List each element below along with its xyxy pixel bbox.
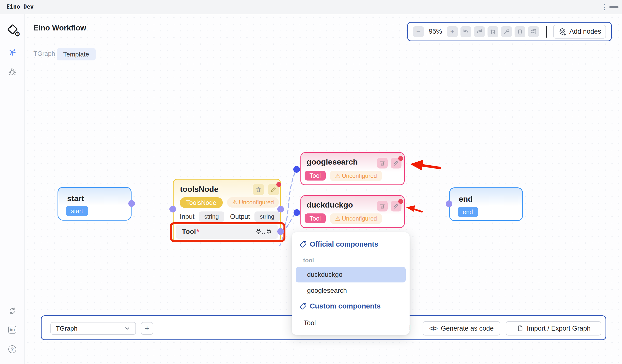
help-icon[interactable]: ?	[8, 345, 16, 353]
edit-node-button[interactable]	[268, 184, 279, 195]
unsaved-indicator-dot	[398, 199, 403, 204]
delete-node-button[interactable]	[253, 184, 264, 195]
minimize-icon[interactable]	[609, 6, 619, 8]
port-googlesearch-in[interactable]	[293, 166, 300, 173]
delete-node-button[interactable]	[377, 201, 388, 212]
canvas-toolbar: − 95% + Add nodes	[407, 22, 612, 41]
app-title: Eino Dev	[6, 3, 34, 10]
sidebar-item-debug[interactable]	[8, 67, 17, 76]
eino-logo-icon: ⚙	[6, 24, 19, 36]
status-badge: ⚠Unconfigured	[330, 171, 382, 181]
zoom-out-button[interactable]: −	[413, 26, 424, 37]
import-export-label: Import / Export Graph	[527, 325, 591, 332]
toolbar-divider	[546, 26, 547, 37]
language-label: En	[10, 327, 15, 332]
input-label: Input	[180, 213, 194, 220]
delete-node-button[interactable]	[377, 158, 388, 168]
node-duckduckgo-title: duckduckgo	[307, 200, 353, 210]
trash-icon	[255, 186, 262, 193]
redo-button[interactable]	[474, 26, 485, 37]
component-item-duckduckgo[interactable]: duckduckgo	[296, 267, 406, 282]
add-nodes-button[interactable]: Add nodes	[553, 25, 606, 38]
node-duckduckgo[interactable]: duckduckgo Tool ⚠Unconfigured	[300, 195, 405, 228]
sidebar: ⚙ En ?	[0, 14, 25, 364]
titlebar: Eino Dev ⋮	[0, 0, 622, 14]
tool-field-row[interactable]: Tool * ..	[176, 224, 278, 239]
node-type-badge: Tool	[305, 171, 326, 181]
generate-as-code-button[interactable]: </> Generate as code	[423, 321, 500, 335]
plug-icon	[266, 229, 272, 235]
code-icon: </>	[429, 325, 437, 332]
node-toolsnode[interactable]: toolsNode ToolsNode ⚠Unconfigured Input …	[173, 179, 281, 242]
trash-icon	[379, 160, 386, 166]
port-tools-in[interactable]	[169, 206, 176, 212]
graph-select-value: TGraph	[56, 325, 78, 332]
unsaved-indicator-dot	[398, 156, 403, 161]
port-duckduckgo-in[interactable]	[293, 209, 300, 216]
plug-icon	[255, 229, 262, 235]
output-label: Output	[230, 213, 250, 220]
unsaved-indicator-dot	[276, 182, 281, 187]
node-toolsnode-title: toolsNode	[180, 185, 218, 194]
custom-components-heading: Custom components	[299, 302, 381, 310]
file-icon	[517, 325, 524, 332]
generate-as-code-label: Generate as code	[441, 325, 494, 332]
trash-icon	[379, 203, 386, 209]
warning-icon: ⚠	[335, 215, 341, 222]
port-tools-tool-field[interactable]	[277, 228, 284, 235]
add-graph-button[interactable]: +	[141, 322, 153, 335]
port-end-in[interactable]	[446, 200, 452, 207]
required-marker: *	[196, 228, 199, 236]
pencil-icon	[271, 186, 277, 193]
node-end-badge: end	[458, 207, 478, 217]
input-type-pill: string	[199, 212, 224, 222]
pencil-icon	[393, 203, 399, 209]
tag-icon	[299, 302, 307, 310]
tab-template[interactable]: Template	[57, 48, 96, 60]
output-type-pill: string	[254, 212, 280, 222]
page-title: Eino Workflow	[33, 24, 86, 32]
port-tools-out[interactable]	[277, 206, 284, 212]
edit-node-button[interactable]	[391, 158, 402, 168]
tab-tgraph[interactable]: TGraph	[33, 50, 55, 57]
node-googlesearch-title: googlesearch	[307, 157, 358, 166]
language-toggle[interactable]: En	[8, 326, 16, 334]
component-item-custom-tool[interactable]: Tool	[296, 315, 406, 331]
add-nodes-label: Add nodes	[569, 28, 601, 35]
node-start[interactable]: start start	[58, 187, 132, 220]
node-type-badge: Tool	[305, 213, 326, 223]
node-start-badge: start	[66, 206, 88, 216]
auto-layout-button[interactable]	[487, 26, 498, 37]
edit-node-button[interactable]	[391, 201, 402, 212]
plug-icons: ..	[255, 229, 272, 235]
undo-button[interactable]	[461, 26, 471, 37]
magic-wand-button[interactable]	[501, 26, 512, 37]
template-label: Template	[63, 51, 89, 58]
group-label-tool: tool	[303, 257, 314, 264]
tag-icon	[299, 240, 307, 248]
gear-icon: ⚙	[14, 31, 20, 37]
node-end-title: end	[459, 195, 473, 204]
chevron-down-icon	[124, 325, 131, 332]
status-badge: ⚠Unconfigured	[330, 213, 382, 224]
warning-icon: ⚠	[335, 172, 341, 179]
eino-dev-window: Eino Dev ⋮ ⚙	[0, 0, 622, 364]
port-start-out[interactable]	[128, 200, 135, 207]
warning-icon: ⚠	[232, 199, 237, 206]
node-end[interactable]: end end	[449, 187, 523, 221]
zoom-in-button[interactable]: +	[447, 26, 458, 37]
pencil-icon	[393, 160, 399, 166]
import-export-graph-button[interactable]: Import / Export Graph	[506, 321, 601, 335]
sidebar-item-workflow[interactable]	[8, 48, 16, 56]
node-googlesearch[interactable]: googlesearch Tool ⚠Unconfigured	[300, 152, 405, 185]
component-picker-panel: Official components tool duckduckgo goog…	[292, 232, 409, 335]
refresh-icon[interactable]	[8, 307, 16, 315]
kebab-menu-icon[interactable]: ⋮	[600, 2, 609, 12]
minimap-button[interactable]	[528, 26, 539, 37]
plug-dots: ..	[262, 230, 266, 233]
graph-select[interactable]: TGraph	[50, 322, 136, 335]
component-item-googlesearch[interactable]: googlesearch	[296, 283, 406, 298]
node-start-title: start	[67, 194, 84, 203]
official-components-heading: Official components	[299, 240, 378, 248]
mouse-mode-button[interactable]	[515, 26, 525, 37]
